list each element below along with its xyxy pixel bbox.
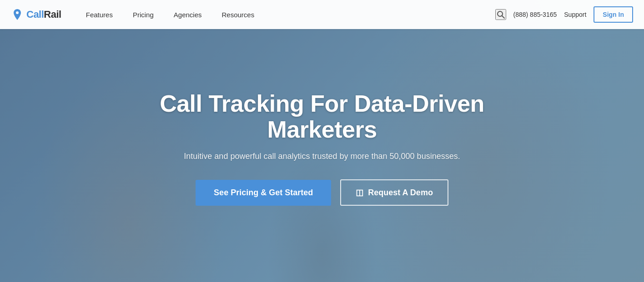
cta-pricing-button[interactable]: See Pricing & Get Started [196,180,331,206]
nav-links: Features Pricing Agencies Resources [76,0,495,29]
nav-item-agencies[interactable]: Agencies [164,0,212,29]
logo-text: CallRail [26,9,61,20]
signin-button[interactable]: Sign In [594,6,633,23]
logo[interactable]: CallRail [11,8,61,21]
nav-item-pricing[interactable]: Pricing [123,0,164,29]
monitor-icon: ◫ [356,188,363,198]
hero-title: Call Tracking For Data-Driven Marketers [136,91,508,143]
support-link[interactable]: Support [564,11,586,18]
svg-line-1 [502,16,504,19]
hero-buttons: See Pricing & Get Started ◫ Request A De… [136,179,508,206]
phone-number: (888) 885-3165 [513,11,557,18]
hero-subtitle: Intuitive and powerful call analytics tr… [136,152,508,161]
nav-item-resources[interactable]: Resources [212,0,265,29]
cta-demo-label: Request A Demo [368,188,433,198]
search-button[interactable] [495,9,506,20]
logo-icon [11,8,24,21]
cta-demo-button[interactable]: ◫ Request A Demo [340,179,448,206]
hero-content: Call Tracking For Data-Driven Marketers … [117,91,527,206]
nav-item-features[interactable]: Features [76,0,123,29]
hero-section: Call Tracking For Data-Driven Marketers … [0,0,644,282]
search-icon [496,10,505,19]
navbar: CallRail Features Pricing Agencies Resou… [0,0,644,29]
nav-right: (888) 885-3165 Support Sign In [495,6,633,23]
